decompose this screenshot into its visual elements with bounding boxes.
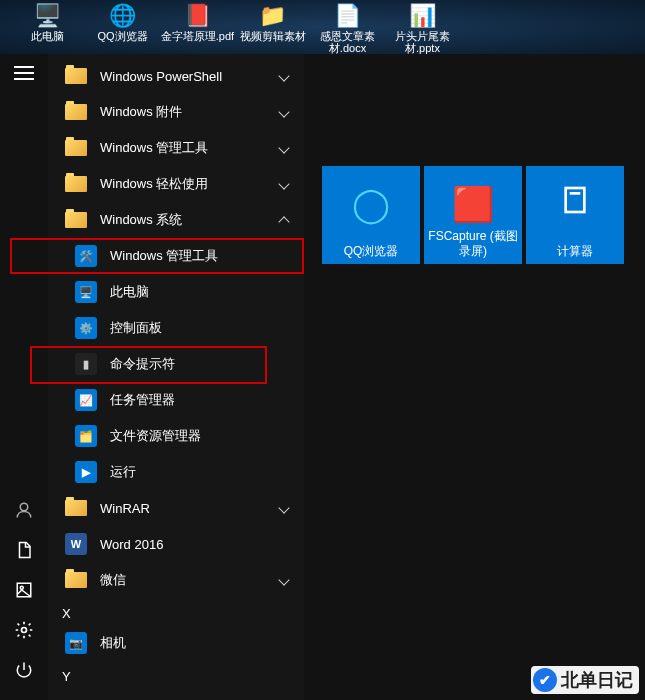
list-item-run[interactable]: ▶ 运行 xyxy=(48,454,304,490)
list-item-label: Windows 系统 xyxy=(100,211,182,229)
tile-label: QQ浏览器 xyxy=(344,244,399,258)
list-item-admin-tools[interactable]: 🛠️ Windows 管理工具 xyxy=(48,238,304,274)
rail-pictures[interactable] xyxy=(0,570,48,610)
rail-documents[interactable] xyxy=(0,530,48,570)
capture-icon: 🟥 xyxy=(452,184,494,225)
list-item-cmd[interactable]: ▮ 命令提示符 xyxy=(48,346,304,382)
list-item-winrar[interactable]: WinRAR xyxy=(48,490,304,526)
calculator-icon xyxy=(559,184,591,225)
task-manager-icon: 📈 xyxy=(72,386,100,414)
list-item-folder[interactable]: Windows 管理工具 xyxy=(48,130,304,166)
monitor-icon: 🖥️ xyxy=(31,2,65,30)
list-item-label: WinRAR xyxy=(100,501,150,516)
desktop-icon-qqbrowser[interactable]: 🌐 QQ浏览器 xyxy=(85,2,160,54)
letter-header-y[interactable]: Y xyxy=(48,661,304,688)
chevron-down-icon xyxy=(278,502,289,513)
folder-icon xyxy=(62,170,90,198)
list-item-control-panel[interactable]: ⚙️ 控制面板 xyxy=(48,310,304,346)
chevron-down-icon xyxy=(278,142,289,153)
list-item-label: 运行 xyxy=(110,463,136,481)
svg-point-3 xyxy=(22,628,27,633)
chevron-up-icon xyxy=(278,216,289,227)
desktop-icon-label: 片头片尾素材.pptx xyxy=(385,30,460,54)
rail-user[interactable] xyxy=(0,490,48,530)
tile-qqbrowser[interactable]: ◯ QQ浏览器 xyxy=(322,166,420,264)
list-item-folder[interactable]: Windows 附件 xyxy=(48,94,304,130)
desktop-icon-video-folder[interactable]: 📁 视频剪辑素材 xyxy=(235,2,310,54)
document-icon xyxy=(15,541,33,559)
hamburger-icon[interactable] xyxy=(14,66,34,80)
rail-power[interactable] xyxy=(0,650,48,690)
svg-point-0 xyxy=(20,503,28,511)
desktop-icon-label: 金字塔原理.pdf xyxy=(161,30,234,42)
camera-icon: 📷 xyxy=(62,629,90,657)
start-rail xyxy=(0,54,48,700)
list-item-label: 微信 xyxy=(100,571,126,589)
monitor-icon: 🖥️ xyxy=(72,278,100,306)
list-item-label: Windows 轻松使用 xyxy=(100,175,208,193)
list-item-label: Windows 附件 xyxy=(100,103,182,121)
folder-icon xyxy=(62,206,90,234)
globe-icon: ◯ xyxy=(352,184,390,225)
list-item-label: 文件资源管理器 xyxy=(110,427,201,445)
control-panel-icon: ⚙️ xyxy=(72,314,100,342)
list-item-label: Windows 管理工具 xyxy=(100,139,208,157)
tile-calculator[interactable]: 计算器 xyxy=(526,166,624,264)
list-item-label: Windows 管理工具 xyxy=(110,247,218,265)
folder-icon xyxy=(62,566,90,594)
folder-icon xyxy=(62,62,90,90)
tile-label: FSCapture (截图录屏) xyxy=(424,229,522,258)
list-item-label: 命令提示符 xyxy=(110,355,175,373)
list-item-label: 此电脑 xyxy=(110,283,149,301)
svg-point-2 xyxy=(20,586,23,589)
desktop-icon-pdf[interactable]: 📕 金字塔原理.pdf xyxy=(160,2,235,54)
powerpoint-icon: 📊 xyxy=(406,2,440,30)
list-item-this-pc[interactable]: 🖥️ 此电脑 xyxy=(48,274,304,310)
desktop-icon-pptx[interactable]: 📊 片头片尾素材.pptx xyxy=(385,2,460,54)
start-app-list[interactable]: Windows PowerShell Windows 附件 Windows 管理… xyxy=(48,54,304,700)
power-icon xyxy=(15,661,33,679)
list-item-label: 控制面板 xyxy=(110,319,162,337)
desktop-icon-docx[interactable]: 📄 感恩文章素材.docx xyxy=(310,2,385,54)
list-item-file-explorer[interactable]: 🗂️ 文件资源管理器 xyxy=(48,418,304,454)
list-item-label: 相机 xyxy=(100,634,126,652)
start-tiles: ◯ QQ浏览器 🟥 FSCapture (截图录屏) 计算器 xyxy=(322,166,624,264)
chevron-down-icon xyxy=(278,178,289,189)
word-icon: W xyxy=(62,530,90,558)
list-item-word[interactable]: W Word 2016 xyxy=(48,526,304,562)
tile-fscapture[interactable]: 🟥 FSCapture (截图录屏) xyxy=(424,166,522,264)
list-item-wechat[interactable]: 微信 xyxy=(48,562,304,598)
tools-icon: 🛠️ xyxy=(72,242,100,270)
folder-icon xyxy=(62,494,90,522)
folder-icon xyxy=(62,98,90,126)
pictures-icon xyxy=(15,581,33,599)
watermark: ✔ 北单日记 xyxy=(531,666,639,694)
gear-icon xyxy=(14,620,34,640)
start-menu: Windows PowerShell Windows 附件 Windows 管理… xyxy=(0,54,645,700)
letter-header-x[interactable]: X xyxy=(48,598,304,625)
rail-settings[interactable] xyxy=(0,610,48,650)
explorer-icon: 🗂️ xyxy=(72,422,100,450)
list-item-folder[interactable]: Windows 轻松使用 xyxy=(48,166,304,202)
desktop-icon-label: 此电脑 xyxy=(31,30,64,42)
pdf-icon: 📕 xyxy=(181,2,215,30)
tile-label: 计算器 xyxy=(557,244,593,258)
desktop-icon-label: 感恩文章素材.docx xyxy=(310,30,385,54)
desktop-icon-label: 视频剪辑素材 xyxy=(240,30,306,42)
list-item-label: 任务管理器 xyxy=(110,391,175,409)
document-icon: 📄 xyxy=(331,2,365,30)
desktop-icon-this-pc[interactable]: 🖥️ 此电脑 xyxy=(10,2,85,54)
user-icon xyxy=(15,501,33,519)
list-item-label: Windows PowerShell xyxy=(100,69,222,84)
list-item-task-manager[interactable]: 📈 任务管理器 xyxy=(48,382,304,418)
list-item-label: Word 2016 xyxy=(100,537,163,552)
list-item-camera[interactable]: 📷 相机 xyxy=(48,625,304,661)
list-item-folder[interactable]: Windows PowerShell xyxy=(48,58,304,94)
watermark-text: 北单日记 xyxy=(561,668,633,692)
svg-rect-4 xyxy=(566,188,585,212)
desktop: 🖥️ 此电脑 🌐 QQ浏览器 📕 金字塔原理.pdf 📁 视频剪辑素材 📄 感恩… xyxy=(0,0,645,54)
list-item-windows-system[interactable]: Windows 系统 xyxy=(48,202,304,238)
terminal-icon: ▮ xyxy=(72,350,100,378)
watermark-logo-icon: ✔ xyxy=(533,668,557,692)
chevron-down-icon xyxy=(278,574,289,585)
